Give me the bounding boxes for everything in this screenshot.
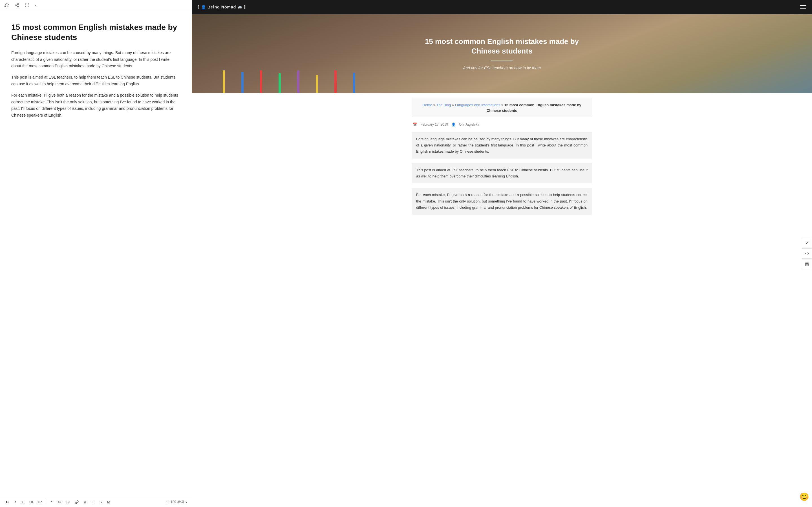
left-article-content: 15 most common English mistakes made by … — [0, 11, 192, 497]
breadcrumb-sep-1: » — [434, 103, 437, 107]
svg-point-2 — [17, 6, 18, 7]
site-logo: ⟦ 👤 Being Nomad 🚐 ⟧ — [197, 5, 246, 9]
article-para-2: This post is aimed at ESL teachers, to h… — [412, 163, 592, 183]
side-icons — [802, 238, 812, 269]
hero-content: 15 most common English mistakes made by … — [412, 31, 592, 76]
svg-line-4 — [16, 4, 18, 5]
breadcrumb-home[interactable]: Home — [422, 103, 432, 107]
article-para1-left: Foreign language mistakes can be caused … — [11, 50, 181, 69]
hero-title: 15 most common English mistakes made by … — [417, 37, 587, 56]
svg-line-3 — [16, 6, 18, 6]
svg-rect-16 — [806, 265, 809, 266]
refresh-icon[interactable] — [4, 3, 9, 8]
share-icon[interactable] — [15, 3, 19, 8]
post-date: February 17, 2019 — [420, 122, 448, 126]
calendar-icon: 📅 — [413, 122, 417, 126]
special-button[interactable]: ⊠ — [106, 499, 111, 505]
logo-person-icon: 👤 — [201, 5, 206, 9]
logo-bracket-right: ⟧ — [244, 5, 246, 9]
breadcrumb-current: 15 most common English mistakes made by … — [487, 103, 581, 113]
svg-point-0 — [17, 3, 18, 4]
text-underline-button[interactable]: A — [82, 499, 88, 505]
breadcrumb-blog[interactable]: The Blog — [436, 103, 451, 107]
quote-button[interactable]: " — [49, 499, 54, 505]
article-para-3: For each mistake, I'll give both a reaso… — [412, 188, 592, 214]
more-icon[interactable]: ··· — [35, 3, 39, 8]
breadcrumb: Home » The Blog » Languages and Interact… — [412, 99, 592, 117]
stack-icon-button[interactable] — [802, 259, 812, 269]
breadcrumb-category[interactable]: Languages and Interactions — [455, 103, 500, 107]
strikethrough-button[interactable]: S — [98, 499, 103, 505]
svg-point-1 — [15, 5, 16, 6]
article-title-left: 15 most common English mistakes made by … — [11, 22, 181, 43]
font-button[interactable]: T — [90, 499, 96, 505]
list-ul-button[interactable] — [65, 500, 71, 505]
toolbar-separator-1 — [46, 500, 46, 504]
hero-subtitle: And tips for ESL teachers on how to fix … — [417, 66, 587, 70]
article-para3-left: For each mistake, I'll give both a reaso… — [11, 92, 181, 119]
author-icon: 👤 — [451, 122, 456, 126]
post-meta: 📅 February 17, 2019 👤 Ola Jagielska — [412, 122, 592, 126]
article-para-1: Foreign language mistakes can be caused … — [412, 132, 592, 159]
word-count-value: 129 单词 — [170, 500, 184, 504]
post-author: Ola Jagielska — [459, 122, 479, 126]
hamburger-menu[interactable] — [800, 5, 806, 9]
word-count-chevron[interactable]: ▾ — [186, 500, 187, 504]
hamburger-line-2 — [800, 7, 806, 7]
svg-rect-14 — [806, 263, 809, 264]
article-para-3-text: For each mistake, I'll give both a reaso… — [416, 193, 588, 209]
h1-button[interactable]: H1 — [28, 500, 35, 505]
logo-text[interactable]: Being Nomad — [207, 5, 236, 9]
breadcrumb-sep-3: » — [501, 103, 504, 107]
svg-point-13 — [67, 503, 67, 503]
left-toolbar: ··· — [0, 0, 192, 11]
left-panel: ··· 15 most common English mistakes made… — [0, 0, 192, 507]
check-icon-button[interactable] — [802, 238, 812, 248]
main-content: Home » The Blog » Languages and Interact… — [403, 93, 601, 225]
breadcrumb-sep-2: » — [452, 103, 455, 107]
feedback-emoji[interactable]: 😊 — [799, 492, 809, 501]
clock-icon: ⏱ — [165, 500, 169, 504]
code-icon-button[interactable] — [802, 248, 812, 259]
logo-bracket-left: ⟦ — [197, 5, 199, 9]
italic-button[interactable]: I — [12, 499, 18, 505]
article-para-1-text: Foreign language mistakes can be caused … — [416, 137, 588, 154]
word-count: ⏱ 129 单词 ▾ — [165, 500, 187, 504]
link-button[interactable] — [73, 500, 80, 505]
right-panel: ⟦ 👤 Being Nomad 🚐 ⟧ 15 most common Engli… — [192, 0, 812, 507]
site-header: ⟦ 👤 Being Nomad 🚐 ⟧ — [192, 0, 812, 14]
hamburger-line-3 — [800, 8, 806, 9]
svg-rect-15 — [806, 264, 809, 265]
svg-point-12 — [67, 502, 67, 502]
article-para2-left: This post is aimed at ESL teachers, to h… — [11, 74, 181, 88]
bold-button[interactable]: B — [4, 499, 10, 505]
h2-button[interactable]: H2 — [37, 500, 43, 505]
article-para-2-text: This post is aimed at ESL teachers, to h… — [416, 168, 588, 178]
underline-button[interactable]: U — [20, 499, 26, 505]
logo-vehicle-icon: 🚐 — [238, 5, 242, 9]
list-ol-button[interactable] — [57, 500, 63, 505]
expand-icon[interactable] — [25, 3, 29, 8]
formatting-toolbar: B I U H1 H2 " A T S ⊠ ⏱ 129 单词 ▾ — [0, 497, 192, 507]
hero-section: 15 most common English mistakes made by … — [192, 14, 812, 93]
hero-divider — [491, 61, 513, 61]
hamburger-line-1 — [800, 5, 806, 6]
